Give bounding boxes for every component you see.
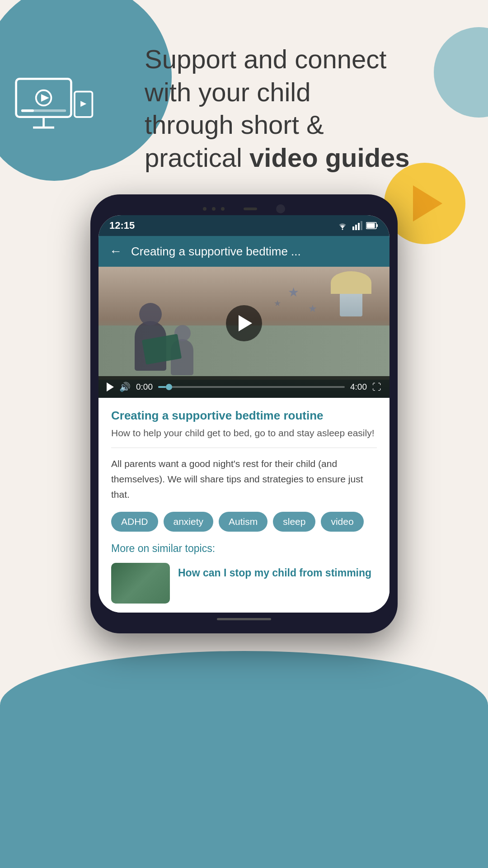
battery-icon [366, 222, 379, 230]
front-camera [276, 204, 285, 213]
svg-rect-12 [358, 223, 360, 230]
related-title[interactable]: How can I stop my child from stimming [178, 563, 377, 580]
signal-icon [352, 221, 362, 230]
page-title: Support and connect with your child thro… [145, 43, 461, 174]
more-topics-label: More on similar topics: [111, 542, 377, 555]
tag-autism[interactable]: Autism [219, 512, 267, 532]
related-thumbnail [111, 563, 170, 604]
svg-rect-11 [355, 225, 357, 230]
play-triangle-icon [413, 185, 442, 222]
notch-bar [244, 208, 257, 210]
content-area: Creating a supportive bedtime routine Ho… [99, 398, 389, 613]
tag-video[interactable]: video [321, 512, 363, 532]
wifi-icon [336, 221, 349, 230]
app-header-bar: ← Creating a supportive bedtime ... [99, 236, 389, 267]
svg-rect-15 [367, 223, 375, 228]
notch-dot [203, 207, 206, 211]
description-text: All parents want a good night's rest for… [111, 456, 377, 502]
tag-adhd[interactable]: ADHD [111, 512, 158, 532]
phone-outer: 12:15 [90, 194, 398, 633]
phone-bottom [99, 613, 389, 625]
status-bar: 12:15 [99, 215, 389, 236]
play-button[interactable] [226, 305, 262, 341]
notch-dot2 [212, 207, 216, 211]
progress-dot [166, 384, 172, 390]
volume-icon[interactable]: 🔊 [119, 382, 131, 392]
video-subtitle: How to help your child get to bed, go to… [111, 426, 377, 439]
phone-mockup: 12:15 [90, 194, 398, 633]
time-total: 4:00 [350, 382, 367, 392]
header-text: Support and connect with your child thro… [145, 43, 461, 174]
app-header-title: Creating a supportive bedtime ... [131, 245, 301, 259]
icon-circle [0, 36, 127, 181]
svg-rect-6 [21, 109, 34, 112]
progress-bar[interactable] [158, 386, 345, 388]
bg-wave [0, 651, 488, 868]
video-title: Creating a supportive bedtime routine [111, 409, 377, 423]
related-item[interactable]: How can I stop my child from stimming [111, 563, 377, 604]
home-bar [217, 618, 271, 620]
tag-sleep[interactable]: sleep [273, 512, 315, 532]
status-icons [336, 221, 379, 230]
notch-dot3 [221, 207, 225, 211]
phone-notch [99, 203, 389, 215]
svg-rect-10 [352, 226, 354, 230]
play-icon [239, 315, 252, 331]
svg-rect-16 [376, 224, 378, 227]
time-current: 0:00 [136, 382, 153, 392]
fullscreen-icon[interactable]: ⛶ [372, 382, 381, 392]
content-divider [111, 448, 377, 448]
back-button[interactable]: ← [109, 244, 122, 259]
status-time: 12:15 [109, 220, 135, 231]
svg-marker-4 [41, 94, 49, 102]
video-player[interactable]: ★ ★ ★ [99, 267, 389, 398]
svg-point-9 [342, 229, 343, 230]
video-guide-icon [11, 75, 97, 142]
tag-anxiety[interactable]: anxiety [164, 512, 214, 532]
phone-screen: 12:15 [99, 215, 389, 613]
svg-rect-13 [361, 221, 362, 230]
video-controls: 🔊 0:00 4:00 ⛶ [99, 376, 389, 398]
header-section: Support and connect with your child thro… [0, 36, 488, 181]
tags-container: ADHD anxiety Autism sleep video [111, 512, 377, 532]
control-play-icon[interactable] [107, 382, 114, 392]
progress-fill [158, 386, 166, 388]
play-overlay[interactable] [99, 267, 389, 380]
thumb-bg [111, 563, 170, 604]
svg-marker-8 [80, 101, 86, 107]
